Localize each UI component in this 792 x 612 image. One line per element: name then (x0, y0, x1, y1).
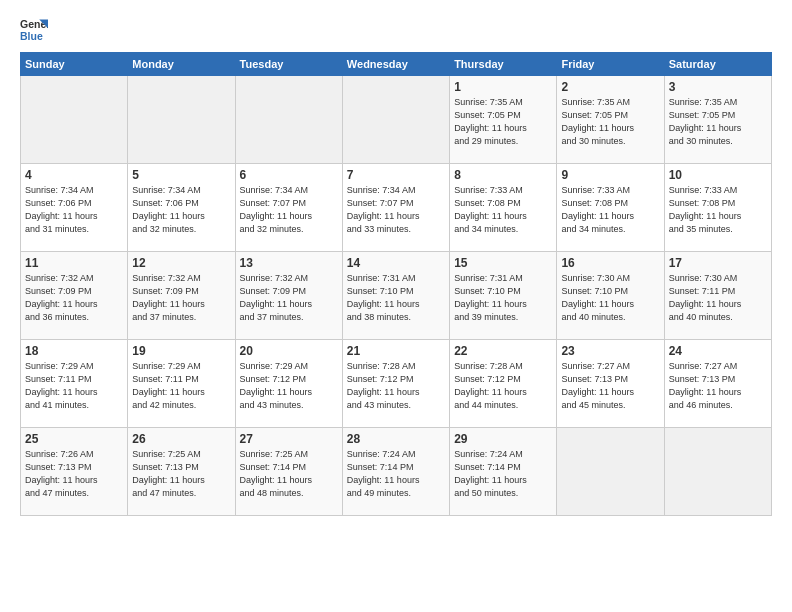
week-row-0: 1Sunrise: 7:35 AM Sunset: 7:05 PM Daylig… (21, 76, 772, 164)
calendar-cell: 8Sunrise: 7:33 AM Sunset: 7:08 PM Daylig… (450, 164, 557, 252)
day-number: 24 (669, 344, 767, 358)
week-row-2: 11Sunrise: 7:32 AM Sunset: 7:09 PM Dayli… (21, 252, 772, 340)
day-info: Sunrise: 7:34 AM Sunset: 7:07 PM Dayligh… (240, 184, 338, 236)
day-info: Sunrise: 7:35 AM Sunset: 7:05 PM Dayligh… (454, 96, 552, 148)
calendar-cell: 6Sunrise: 7:34 AM Sunset: 7:07 PM Daylig… (235, 164, 342, 252)
calendar-cell: 29Sunrise: 7:24 AM Sunset: 7:14 PM Dayli… (450, 428, 557, 516)
col-header-friday: Friday (557, 53, 664, 76)
calendar-cell: 7Sunrise: 7:34 AM Sunset: 7:07 PM Daylig… (342, 164, 449, 252)
calendar-cell: 4Sunrise: 7:34 AM Sunset: 7:06 PM Daylig… (21, 164, 128, 252)
logo-icon: General Blue (20, 16, 48, 44)
calendar-cell: 12Sunrise: 7:32 AM Sunset: 7:09 PM Dayli… (128, 252, 235, 340)
day-number: 23 (561, 344, 659, 358)
calendar-cell: 16Sunrise: 7:30 AM Sunset: 7:10 PM Dayli… (557, 252, 664, 340)
logo: General Blue (20, 16, 52, 44)
day-number: 27 (240, 432, 338, 446)
day-info: Sunrise: 7:26 AM Sunset: 7:13 PM Dayligh… (25, 448, 123, 500)
col-header-sunday: Sunday (21, 53, 128, 76)
day-number: 20 (240, 344, 338, 358)
calendar-cell (21, 76, 128, 164)
calendar-cell: 22Sunrise: 7:28 AM Sunset: 7:12 PM Dayli… (450, 340, 557, 428)
day-number: 10 (669, 168, 767, 182)
calendar-cell: 17Sunrise: 7:30 AM Sunset: 7:11 PM Dayli… (664, 252, 771, 340)
calendar-cell: 19Sunrise: 7:29 AM Sunset: 7:11 PM Dayli… (128, 340, 235, 428)
col-header-thursday: Thursday (450, 53, 557, 76)
day-info: Sunrise: 7:34 AM Sunset: 7:06 PM Dayligh… (132, 184, 230, 236)
col-header-tuesday: Tuesday (235, 53, 342, 76)
day-info: Sunrise: 7:34 AM Sunset: 7:07 PM Dayligh… (347, 184, 445, 236)
day-info: Sunrise: 7:27 AM Sunset: 7:13 PM Dayligh… (669, 360, 767, 412)
day-info: Sunrise: 7:25 AM Sunset: 7:14 PM Dayligh… (240, 448, 338, 500)
day-number: 29 (454, 432, 552, 446)
day-number: 3 (669, 80, 767, 94)
calendar-cell (235, 76, 342, 164)
day-info: Sunrise: 7:31 AM Sunset: 7:10 PM Dayligh… (454, 272, 552, 324)
calendar-cell: 21Sunrise: 7:28 AM Sunset: 7:12 PM Dayli… (342, 340, 449, 428)
calendar-cell: 15Sunrise: 7:31 AM Sunset: 7:10 PM Dayli… (450, 252, 557, 340)
day-info: Sunrise: 7:29 AM Sunset: 7:11 PM Dayligh… (132, 360, 230, 412)
day-info: Sunrise: 7:30 AM Sunset: 7:11 PM Dayligh… (669, 272, 767, 324)
calendar-cell: 9Sunrise: 7:33 AM Sunset: 7:08 PM Daylig… (557, 164, 664, 252)
day-info: Sunrise: 7:27 AM Sunset: 7:13 PM Dayligh… (561, 360, 659, 412)
calendar-cell: 11Sunrise: 7:32 AM Sunset: 7:09 PM Dayli… (21, 252, 128, 340)
calendar-cell (128, 76, 235, 164)
day-info: Sunrise: 7:35 AM Sunset: 7:05 PM Dayligh… (561, 96, 659, 148)
week-row-4: 25Sunrise: 7:26 AM Sunset: 7:13 PM Dayli… (21, 428, 772, 516)
day-info: Sunrise: 7:28 AM Sunset: 7:12 PM Dayligh… (454, 360, 552, 412)
calendar-cell: 10Sunrise: 7:33 AM Sunset: 7:08 PM Dayli… (664, 164, 771, 252)
day-info: Sunrise: 7:32 AM Sunset: 7:09 PM Dayligh… (240, 272, 338, 324)
day-info: Sunrise: 7:35 AM Sunset: 7:05 PM Dayligh… (669, 96, 767, 148)
day-info: Sunrise: 7:32 AM Sunset: 7:09 PM Dayligh… (25, 272, 123, 324)
day-info: Sunrise: 7:24 AM Sunset: 7:14 PM Dayligh… (454, 448, 552, 500)
calendar-cell: 28Sunrise: 7:24 AM Sunset: 7:14 PM Dayli… (342, 428, 449, 516)
calendar-body: 1Sunrise: 7:35 AM Sunset: 7:05 PM Daylig… (21, 76, 772, 516)
day-number: 7 (347, 168, 445, 182)
col-header-monday: Monday (128, 53, 235, 76)
day-number: 12 (132, 256, 230, 270)
calendar-cell: 24Sunrise: 7:27 AM Sunset: 7:13 PM Dayli… (664, 340, 771, 428)
day-number: 25 (25, 432, 123, 446)
day-info: Sunrise: 7:33 AM Sunset: 7:08 PM Dayligh… (669, 184, 767, 236)
day-info: Sunrise: 7:29 AM Sunset: 7:12 PM Dayligh… (240, 360, 338, 412)
day-number: 1 (454, 80, 552, 94)
calendar-cell: 26Sunrise: 7:25 AM Sunset: 7:13 PM Dayli… (128, 428, 235, 516)
calendar-cell: 14Sunrise: 7:31 AM Sunset: 7:10 PM Dayli… (342, 252, 449, 340)
page: General Blue SundayMondayTuesdayWednesda… (0, 0, 792, 612)
calendar-cell: 18Sunrise: 7:29 AM Sunset: 7:11 PM Dayli… (21, 340, 128, 428)
day-number: 5 (132, 168, 230, 182)
day-info: Sunrise: 7:28 AM Sunset: 7:12 PM Dayligh… (347, 360, 445, 412)
calendar-cell (664, 428, 771, 516)
day-number: 6 (240, 168, 338, 182)
day-number: 15 (454, 256, 552, 270)
calendar-cell: 27Sunrise: 7:25 AM Sunset: 7:14 PM Dayli… (235, 428, 342, 516)
header: General Blue (20, 16, 772, 44)
day-info: Sunrise: 7:32 AM Sunset: 7:09 PM Dayligh… (132, 272, 230, 324)
day-number: 14 (347, 256, 445, 270)
day-number: 16 (561, 256, 659, 270)
day-number: 18 (25, 344, 123, 358)
day-number: 19 (132, 344, 230, 358)
day-number: 9 (561, 168, 659, 182)
col-header-wednesday: Wednesday (342, 53, 449, 76)
day-number: 28 (347, 432, 445, 446)
calendar-cell: 1Sunrise: 7:35 AM Sunset: 7:05 PM Daylig… (450, 76, 557, 164)
calendar-cell: 20Sunrise: 7:29 AM Sunset: 7:12 PM Dayli… (235, 340, 342, 428)
day-number: 8 (454, 168, 552, 182)
day-info: Sunrise: 7:34 AM Sunset: 7:06 PM Dayligh… (25, 184, 123, 236)
calendar-header-row: SundayMondayTuesdayWednesdayThursdayFrid… (21, 53, 772, 76)
day-number: 22 (454, 344, 552, 358)
day-number: 4 (25, 168, 123, 182)
day-number: 26 (132, 432, 230, 446)
week-row-1: 4Sunrise: 7:34 AM Sunset: 7:06 PM Daylig… (21, 164, 772, 252)
day-number: 13 (240, 256, 338, 270)
calendar-cell: 23Sunrise: 7:27 AM Sunset: 7:13 PM Dayli… (557, 340, 664, 428)
calendar-cell (342, 76, 449, 164)
day-info: Sunrise: 7:31 AM Sunset: 7:10 PM Dayligh… (347, 272, 445, 324)
day-info: Sunrise: 7:30 AM Sunset: 7:10 PM Dayligh… (561, 272, 659, 324)
day-info: Sunrise: 7:33 AM Sunset: 7:08 PM Dayligh… (454, 184, 552, 236)
calendar-cell: 3Sunrise: 7:35 AM Sunset: 7:05 PM Daylig… (664, 76, 771, 164)
calendar-cell: 13Sunrise: 7:32 AM Sunset: 7:09 PM Dayli… (235, 252, 342, 340)
day-number: 2 (561, 80, 659, 94)
calendar-cell: 2Sunrise: 7:35 AM Sunset: 7:05 PM Daylig… (557, 76, 664, 164)
calendar-cell: 5Sunrise: 7:34 AM Sunset: 7:06 PM Daylig… (128, 164, 235, 252)
